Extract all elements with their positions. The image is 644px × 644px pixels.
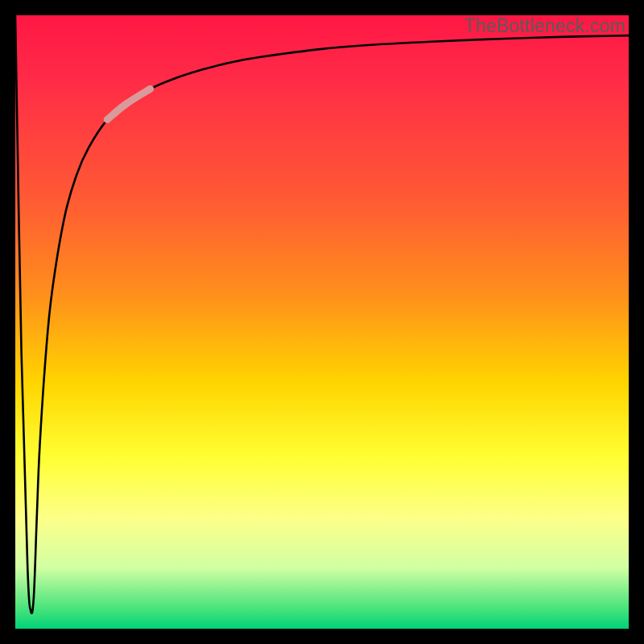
curve-svg: [15, 15, 629, 629]
chart-frame: TheBottleneck.com: [0, 0, 644, 644]
highlight-segment: [107, 89, 150, 119]
plot-area: TheBottleneck.com: [15, 15, 629, 629]
bottleneck-curve: [15, 15, 629, 613]
